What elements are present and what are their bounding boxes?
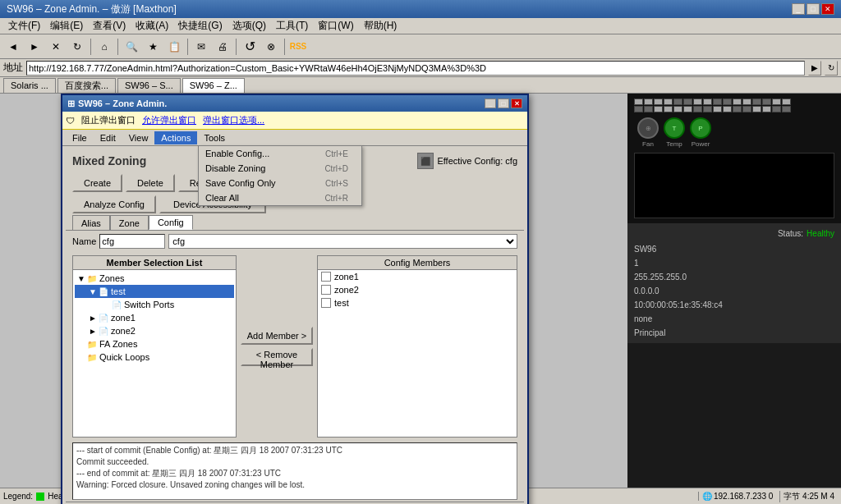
stop2-icon[interactable]: ⊗ (261, 37, 281, 57)
tab-config[interactable]: Config (149, 215, 193, 230)
address-go-btn[interactable]: ▶ (808, 61, 821, 76)
popup-block-text: 阻止弹出窗口 (81, 114, 136, 126)
browser-window: SW96 – Zone Admin. – 傲游 [Maxthon] _ □ ✕ … (0, 0, 841, 504)
zone-menu-view[interactable]: View (122, 131, 155, 144)
tree-test-label: test (111, 286, 126, 296)
tab-zone[interactable]: Zone (110, 215, 149, 230)
config-label-zone2: zone2 (334, 285, 359, 295)
effective-config-icon: ⬛ (417, 153, 434, 169)
zone-menu-actions[interactable]: Actions (154, 131, 197, 144)
tree-item-zones[interactable]: ▼ 📁 Zones (75, 272, 234, 285)
tree-item-test[interactable]: ▼ 📄 test (75, 285, 234, 298)
browser-close-btn[interactable]: ✕ (821, 3, 834, 15)
ip-address: 192.168.7.233 0 (714, 492, 773, 501)
tree-item-fa-zones[interactable]: 📁 FA Zones (75, 337, 234, 351)
dropdown-item-disable[interactable]: Disable Zoning Ctrl+D (199, 161, 361, 176)
delete-button[interactable]: Delete (126, 174, 175, 192)
browser-menubar: 文件(F) 编辑(E) 查看(V) 收藏(A) 快捷组(G) 选项(Q) 工具(… (0, 18, 841, 34)
browser-toolbar: ◄ ► ✕ ↻ ⌂ 🔍 ★ 📋 ✉ 🖨 ↺ ⊗ RSS (0, 34, 841, 59)
popup-options-link[interactable]: 弹出窗口选项... (203, 114, 264, 126)
menu-help[interactable]: 帮助(H) (359, 17, 402, 34)
back-icon[interactable]: ◄ (3, 37, 23, 57)
dropdown-item-enable[interactable]: Enable Config... Ctrl+E (199, 146, 361, 161)
stop-icon[interactable]: ✕ (46, 37, 66, 57)
tab-sw96-z[interactable]: SW96 – Z... (182, 78, 245, 93)
menu-file[interactable]: 文件(F) (3, 17, 45, 34)
add-member-button[interactable]: Add Member > (241, 327, 313, 345)
tree-item-quick-loops[interactable]: 📁 Quick Loops (75, 351, 234, 364)
name-select[interactable]: cfg (168, 234, 517, 249)
tab-solaris[interactable]: Solaris ... (3, 78, 56, 93)
search-icon[interactable]: 🔍 (122, 37, 141, 57)
config-checkbox-zone1[interactable] (321, 272, 331, 282)
browser-maximize-btn[interactable]: □ (807, 3, 820, 15)
menu-group[interactable]: 快捷组(G) (173, 17, 227, 34)
zone-menu-file[interactable]: File (66, 131, 94, 144)
tree-toggle-ql (76, 352, 86, 362)
tab-baidu[interactable]: 百度搜索... (57, 78, 116, 93)
address-input[interactable] (26, 61, 805, 76)
address-label: 地址 (3, 61, 23, 75)
mail-icon[interactable]: ✉ (191, 37, 211, 57)
browser-title: SW96 – Zone Admin. – 傲游 [Maxthon] (7, 2, 177, 16)
effective-config-label: Effective Config: cfg (437, 156, 517, 166)
address-refresh-btn[interactable]: ↻ (825, 61, 838, 76)
analyze-config-button[interactable]: Analyze Config (72, 195, 156, 213)
print-icon[interactable]: 🖨 (213, 37, 232, 57)
device-wwn: 10:00:00:05:1e:35:48:c4 (634, 298, 834, 312)
popup-bar: 🛡 阻止弹出窗口 允许弹出窗口 弹出窗口选项... (62, 112, 527, 130)
zone-close-btn[interactable]: ✕ (511, 99, 522, 108)
tree-item-switch-ports[interactable]: 📄 Switch Ports (75, 298, 234, 311)
log-area[interactable]: --- start of commit (Enable Config) at: … (72, 442, 517, 500)
favorites-icon[interactable]: ★ (143, 37, 163, 57)
rss-icon[interactable]: RSS (288, 37, 308, 57)
browser-titlebar-controls: _ □ ✕ (792, 3, 834, 15)
menu-favorites[interactable]: 收藏(A) (131, 17, 173, 34)
menu-window[interactable]: 窗口(W) (313, 17, 358, 34)
tab-alias[interactable]: Alias (72, 215, 110, 230)
refresh-icon[interactable]: ↻ (67, 37, 87, 57)
menu-options[interactable]: 选项(Q) (227, 17, 271, 34)
browser-tabbar: Solaris ... 百度搜索... SW96 – S... SW96 – Z… (0, 77, 841, 94)
tree-item-zone2[interactable]: ► 📄 zone2 (75, 324, 234, 337)
config-item-zone1[interactable]: zone1 (318, 270, 517, 283)
disable-zoning-label: Disable Zoning (205, 163, 265, 173)
tree-test-icon: 📄 (98, 286, 109, 297)
name-input[interactable] (99, 234, 165, 249)
home-icon[interactable]: ⌂ (94, 37, 114, 57)
zone-menu-edit[interactable]: Edit (94, 131, 122, 144)
zone-main-area: Member Selection List ▼ 📁 Zones ▼ (66, 252, 524, 441)
device-principal: Principal (634, 326, 834, 340)
zone-maximize-btn[interactable]: □ (498, 99, 509, 108)
dropdown-item-clear[interactable]: Clear All Ctrl+R (199, 190, 361, 205)
menu-edit[interactable]: 编辑(E) (45, 17, 88, 34)
browser-minimize-btn[interactable]: _ (792, 3, 805, 15)
remove-member-button[interactable]: < Remove Member (241, 348, 313, 366)
member-selection-header: Member Selection List (73, 256, 236, 270)
legend-label: Legend: (3, 492, 33, 501)
menu-tools[interactable]: 工具(T) (271, 17, 313, 34)
forward-icon[interactable]: ► (25, 37, 44, 57)
tree-fa-icon: 📁 (86, 338, 98, 350)
config-item-test[interactable]: test (318, 296, 517, 309)
tree-item-zone1[interactable]: ► 📄 zone1 (75, 311, 234, 324)
fan-unit: ⊕ Fan (637, 117, 659, 148)
history-icon[interactable]: 📋 (164, 37, 184, 57)
refresh2-icon[interactable]: ↺ (240, 37, 260, 57)
popup-allow-link[interactable]: 允许弹出窗口 (142, 114, 196, 126)
tab-sw96-s[interactable]: SW96 – S... (117, 78, 181, 93)
zone-menu-tools[interactable]: Tools (197, 131, 232, 144)
disable-zoning-shortcut: Ctrl+D (324, 164, 348, 173)
dropdown-item-save[interactable]: Save Config Only Ctrl+S (199, 176, 361, 190)
power-unit: P Power (690, 117, 711, 148)
zone-minimize-btn[interactable]: _ (485, 99, 496, 108)
device-domain: none (634, 312, 834, 326)
config-checkbox-test[interactable] (321, 298, 331, 308)
menu-view[interactable]: 查看(V) (88, 17, 131, 34)
tree-ql-label: Quick Loops (99, 352, 149, 362)
create-button[interactable]: Create (72, 174, 122, 192)
browser-addressbar: 地址 ▶ ↻ (0, 59, 841, 77)
config-checkbox-zone2[interactable] (321, 285, 331, 295)
device-display (634, 153, 834, 218)
config-item-zone2[interactable]: zone2 (318, 283, 517, 296)
